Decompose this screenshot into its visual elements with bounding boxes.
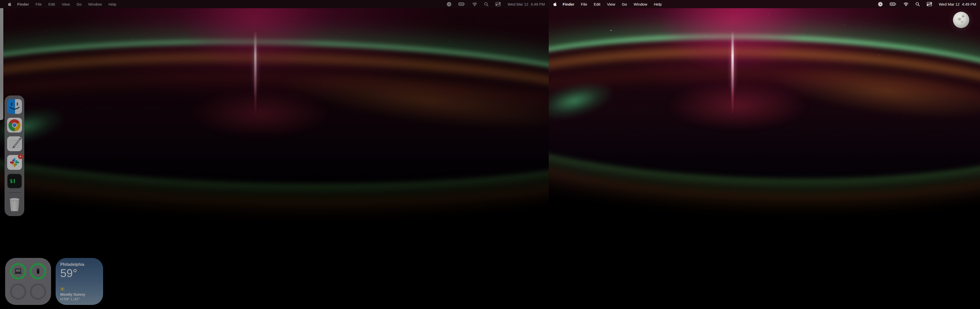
display-left: Finder File Edit View Go Window Help Wed — [0, 0, 549, 309]
wifi-icon[interactable] — [472, 2, 477, 6]
trash-icon — [7, 197, 22, 212]
sun-icon — [60, 287, 65, 291]
apple-menu-icon[interactable] — [5, 2, 14, 6]
weather-widget[interactable]: Philadelphia 59° Mostly Sunny H:59° L:42… — [56, 258, 103, 305]
aurora-underglow — [666, 82, 809, 130]
finder-icon — [7, 99, 22, 114]
menu-bar: Finder File Edit View Go Window Help Wed — [549, 0, 980, 8]
wifi-icon[interactable] — [904, 2, 908, 6]
dock-item-trash[interactable] — [7, 197, 22, 212]
menu-item-help[interactable]: Help — [105, 2, 120, 6]
battery-ring-mouse — [30, 263, 46, 279]
menu-item-go[interactable]: Go — [619, 2, 630, 6]
terminal-cursor — [14, 179, 15, 183]
terminal-icon: $ — [7, 174, 22, 188]
battery-charging-icon[interactable] — [890, 2, 897, 6]
menu-item-edit[interactable]: Edit — [590, 2, 604, 6]
weather-temperature: 59° — [60, 268, 99, 279]
battery-ring-empty — [10, 284, 26, 300]
search-icon[interactable] — [484, 2, 488, 6]
clock-time: 4:49 PM — [531, 2, 545, 6]
menu-item-file[interactable]: File — [32, 2, 45, 6]
menu-item-go[interactable]: Go — [73, 2, 85, 6]
weather-condition: Mostly Sunny — [60, 292, 99, 296]
search-icon[interactable] — [915, 2, 920, 6]
battery-ring-laptop — [10, 263, 26, 279]
control-center-icon[interactable] — [495, 2, 501, 6]
menu-item-help[interactable]: Help — [651, 2, 665, 6]
menu-clock[interactable]: Wed Mar 12 4:49 PM — [939, 2, 976, 6]
menu-item-window[interactable]: Window — [85, 2, 105, 6]
menu-app-name[interactable]: Finder — [559, 2, 578, 6]
slack-notification-badge — [18, 154, 23, 159]
battery-ring-empty — [30, 284, 46, 300]
control-center-icon[interactable] — [927, 2, 932, 6]
dock-item-finder[interactable] — [7, 99, 22, 114]
weather-high-low: H:59° L:42° — [60, 297, 99, 301]
dock: $ — [5, 96, 24, 216]
dock-item-slack[interactable] — [7, 155, 22, 170]
running-indicator — [3, 106, 5, 107]
terminal-prompt: $ — [10, 178, 13, 184]
menu-bar: Finder File Edit View Go Window Help Wed — [0, 0, 549, 8]
laptop-icon — [14, 268, 22, 275]
moon — [953, 12, 969, 28]
mouse-icon — [34, 268, 42, 275]
clock-date: Wed Mar 12 — [508, 2, 528, 6]
chrome-icon — [7, 118, 22, 132]
menu-item-window[interactable]: Window — [630, 2, 651, 6]
clock-date: Wed Mar 12 — [939, 2, 959, 6]
display-right: Finder File Edit View Go Window Help Wed — [549, 0, 980, 309]
menu-item-edit[interactable]: Edit — [45, 2, 59, 6]
dock-item-chrome[interactable] — [7, 118, 22, 132]
running-indicator — [3, 124, 5, 126]
running-indicator — [3, 162, 5, 163]
dock-item-terminal[interactable]: $ — [7, 174, 22, 188]
wallpaper-aurora-right — [549, 0, 980, 309]
battery-widget[interactable] — [5, 258, 51, 305]
battery-charging-icon[interactable] — [458, 2, 465, 6]
clock-time: 4:49 PM — [962, 2, 976, 6]
notes-icon — [7, 136, 22, 151]
sunburst-icon[interactable] — [447, 2, 452, 6]
menu-item-view[interactable]: View — [58, 2, 73, 6]
menu-item-view[interactable]: View — [604, 2, 618, 6]
menu-app-name[interactable]: Finder — [14, 2, 32, 6]
running-indicator — [3, 180, 5, 182]
running-indicator — [3, 143, 5, 145]
offscreen-window-edge[interactable] — [0, 6, 3, 120]
menu-clock[interactable]: Wed Mar 12 4:49 PM — [508, 2, 545, 6]
menu-item-file[interactable]: File — [578, 2, 590, 6]
weather-city: Philadelphia — [60, 262, 99, 267]
dock-divider — [8, 192, 21, 193]
dock-item-notes[interactable] — [7, 136, 22, 151]
aurora-underglow — [189, 89, 332, 138]
sunburst-icon[interactable] — [878, 2, 883, 6]
apple-menu-icon[interactable] — [551, 2, 559, 6]
